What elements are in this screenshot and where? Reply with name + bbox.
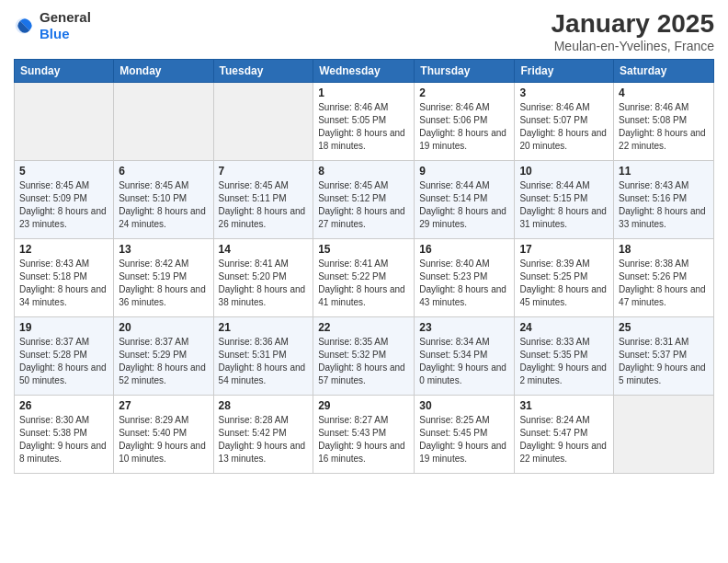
header-row: SundayMondayTuesdayWednesdayThursdayFrid… xyxy=(15,60,714,83)
header: General Blue January 2025 Meulan-en-Yvel… xyxy=(14,9,714,53)
logo-text: General Blue xyxy=(40,9,91,42)
calendar-cell xyxy=(213,83,313,161)
day-header-friday: Friday xyxy=(515,60,614,83)
day-header-monday: Monday xyxy=(114,60,213,83)
cell-info: Sunrise: 8:41 AM Sunset: 5:20 PM Dayligh… xyxy=(219,258,309,309)
cell-day-number: 24 xyxy=(519,321,609,334)
calendar-cell: 20Sunrise: 8:37 AM Sunset: 5:29 PM Dayli… xyxy=(114,317,213,396)
calendar-cell xyxy=(114,83,213,161)
cell-info: Sunrise: 8:39 AM Sunset: 5:25 PM Dayligh… xyxy=(519,258,609,309)
cell-day-number: 13 xyxy=(119,243,208,256)
cell-day-number: 3 xyxy=(519,86,609,99)
cell-info: Sunrise: 8:25 AM Sunset: 5:45 PM Dayligh… xyxy=(419,414,509,465)
cell-day-number: 22 xyxy=(318,321,409,334)
calendar-cell: 22Sunrise: 8:35 AM Sunset: 5:32 PM Dayli… xyxy=(313,317,415,396)
calendar-body: 1Sunrise: 8:46 AM Sunset: 5:05 PM Daylig… xyxy=(15,83,714,474)
cell-day-number: 20 xyxy=(119,321,208,334)
cell-info: Sunrise: 8:41 AM Sunset: 5:22 PM Dayligh… xyxy=(318,258,409,309)
cell-info: Sunrise: 8:46 AM Sunset: 5:08 PM Dayligh… xyxy=(619,101,709,153)
cell-info: Sunrise: 8:46 AM Sunset: 5:06 PM Dayligh… xyxy=(419,101,509,153)
cell-info: Sunrise: 8:45 AM Sunset: 5:12 PM Dayligh… xyxy=(318,179,409,231)
cell-info: Sunrise: 8:33 AM Sunset: 5:35 PM Dayligh… xyxy=(519,336,609,387)
cell-day-number: 29 xyxy=(318,399,409,412)
cell-day-number: 5 xyxy=(19,165,108,178)
page: General Blue January 2025 Meulan-en-Yvel… xyxy=(0,0,728,563)
calendar-cell: 17Sunrise: 8:39 AM Sunset: 5:25 PM Dayli… xyxy=(515,239,614,317)
cell-info: Sunrise: 8:37 AM Sunset: 5:29 PM Dayligh… xyxy=(119,336,208,387)
calendar-cell: 26Sunrise: 8:30 AM Sunset: 5:38 PM Dayli… xyxy=(15,396,114,474)
cell-day-number: 6 xyxy=(119,165,208,178)
calendar-cell: 6Sunrise: 8:45 AM Sunset: 5:10 PM Daylig… xyxy=(114,161,213,239)
cell-info: Sunrise: 8:45 AM Sunset: 5:11 PM Dayligh… xyxy=(219,179,309,231)
main-title: January 2025 xyxy=(552,9,714,39)
calendar-cell: 2Sunrise: 8:46 AM Sunset: 5:06 PM Daylig… xyxy=(415,83,515,161)
week-row-3: 19Sunrise: 8:37 AM Sunset: 5:28 PM Dayli… xyxy=(15,317,714,396)
cell-day-number: 30 xyxy=(419,399,509,412)
cell-day-number: 4 xyxy=(619,86,709,99)
calendar-cell: 8Sunrise: 8:45 AM Sunset: 5:12 PM Daylig… xyxy=(313,161,415,239)
cell-day-number: 11 xyxy=(619,165,709,178)
cell-info: Sunrise: 8:44 AM Sunset: 5:14 PM Dayligh… xyxy=(419,179,509,231)
cell-info: Sunrise: 8:42 AM Sunset: 5:19 PM Dayligh… xyxy=(119,258,208,309)
day-header-sunday: Sunday xyxy=(15,60,114,83)
week-row-2: 12Sunrise: 8:43 AM Sunset: 5:18 PM Dayli… xyxy=(15,239,714,317)
calendar-cell: 16Sunrise: 8:40 AM Sunset: 5:23 PM Dayli… xyxy=(415,239,515,317)
cell-info: Sunrise: 8:44 AM Sunset: 5:15 PM Dayligh… xyxy=(519,179,609,231)
cell-day-number: 16 xyxy=(419,243,509,256)
day-header-saturday: Saturday xyxy=(614,60,714,83)
cell-info: Sunrise: 8:37 AM Sunset: 5:28 PM Dayligh… xyxy=(19,336,108,387)
calendar-cell: 10Sunrise: 8:44 AM Sunset: 5:15 PM Dayli… xyxy=(515,161,614,239)
calendar-cell: 9Sunrise: 8:44 AM Sunset: 5:14 PM Daylig… xyxy=(415,161,515,239)
cell-info: Sunrise: 8:38 AM Sunset: 5:26 PM Dayligh… xyxy=(619,258,709,309)
cell-day-number: 21 xyxy=(219,321,309,334)
cell-day-number: 17 xyxy=(519,243,609,256)
calendar-header: SundayMondayTuesdayWednesdayThursdayFrid… xyxy=(15,60,714,83)
cell-info: Sunrise: 8:24 AM Sunset: 5:47 PM Dayligh… xyxy=(519,414,609,465)
calendar: SundayMondayTuesdayWednesdayThursdayFrid… xyxy=(14,59,714,474)
cell-info: Sunrise: 8:31 AM Sunset: 5:37 PM Dayligh… xyxy=(619,336,709,387)
cell-day-number: 14 xyxy=(219,243,309,256)
calendar-cell: 4Sunrise: 8:46 AM Sunset: 5:08 PM Daylig… xyxy=(614,83,714,161)
calendar-cell: 1Sunrise: 8:46 AM Sunset: 5:05 PM Daylig… xyxy=(313,83,415,161)
cell-info: Sunrise: 8:43 AM Sunset: 5:18 PM Dayligh… xyxy=(19,258,108,309)
calendar-cell: 25Sunrise: 8:31 AM Sunset: 5:37 PM Dayli… xyxy=(614,317,714,396)
cell-day-number: 31 xyxy=(519,399,609,412)
day-header-thursday: Thursday xyxy=(415,60,515,83)
cell-info: Sunrise: 8:35 AM Sunset: 5:32 PM Dayligh… xyxy=(318,336,409,387)
cell-info: Sunrise: 8:29 AM Sunset: 5:40 PM Dayligh… xyxy=(119,414,208,465)
cell-info: Sunrise: 8:34 AM Sunset: 5:34 PM Dayligh… xyxy=(419,336,509,387)
calendar-cell: 21Sunrise: 8:36 AM Sunset: 5:31 PM Dayli… xyxy=(213,317,313,396)
calendar-cell: 18Sunrise: 8:38 AM Sunset: 5:26 PM Dayli… xyxy=(614,239,714,317)
title-area: January 2025 Meulan-en-Yvelines, France xyxy=(552,9,714,53)
calendar-cell: 3Sunrise: 8:46 AM Sunset: 5:07 PM Daylig… xyxy=(515,83,614,161)
subtitle: Meulan-en-Yvelines, France xyxy=(552,39,714,53)
cell-day-number: 23 xyxy=(419,321,509,334)
cell-day-number: 7 xyxy=(219,165,309,178)
cell-day-number: 18 xyxy=(619,243,709,256)
cell-day-number: 9 xyxy=(419,165,509,178)
calendar-cell xyxy=(614,396,714,474)
calendar-cell: 15Sunrise: 8:41 AM Sunset: 5:22 PM Dayli… xyxy=(313,239,415,317)
day-header-tuesday: Tuesday xyxy=(213,60,313,83)
week-row-4: 26Sunrise: 8:30 AM Sunset: 5:38 PM Dayli… xyxy=(15,396,714,474)
calendar-cell: 24Sunrise: 8:33 AM Sunset: 5:35 PM Dayli… xyxy=(515,317,614,396)
calendar-cell: 7Sunrise: 8:45 AM Sunset: 5:11 PM Daylig… xyxy=(213,161,313,239)
cell-info: Sunrise: 8:43 AM Sunset: 5:16 PM Dayligh… xyxy=(619,179,709,231)
cell-day-number: 12 xyxy=(19,243,108,256)
logo: General Blue xyxy=(14,9,91,42)
calendar-cell: 14Sunrise: 8:41 AM Sunset: 5:20 PM Dayli… xyxy=(213,239,313,317)
week-row-1: 5Sunrise: 8:45 AM Sunset: 5:09 PM Daylig… xyxy=(15,161,714,239)
calendar-cell: 19Sunrise: 8:37 AM Sunset: 5:28 PM Dayli… xyxy=(15,317,114,396)
cell-info: Sunrise: 8:28 AM Sunset: 5:42 PM Dayligh… xyxy=(219,414,309,465)
logo-general: General xyxy=(40,9,91,25)
cell-day-number: 28 xyxy=(219,399,309,412)
cell-day-number: 25 xyxy=(619,321,709,334)
cell-info: Sunrise: 8:45 AM Sunset: 5:10 PM Dayligh… xyxy=(119,179,208,231)
calendar-cell: 29Sunrise: 8:27 AM Sunset: 5:43 PM Dayli… xyxy=(313,396,415,474)
cell-day-number: 19 xyxy=(19,321,108,334)
calendar-cell: 30Sunrise: 8:25 AM Sunset: 5:45 PM Dayli… xyxy=(415,396,515,474)
calendar-cell: 12Sunrise: 8:43 AM Sunset: 5:18 PM Dayli… xyxy=(15,239,114,317)
cell-info: Sunrise: 8:45 AM Sunset: 5:09 PM Dayligh… xyxy=(19,179,108,231)
logo-blue: Blue xyxy=(40,26,70,41)
cell-info: Sunrise: 8:40 AM Sunset: 5:23 PM Dayligh… xyxy=(419,258,509,309)
